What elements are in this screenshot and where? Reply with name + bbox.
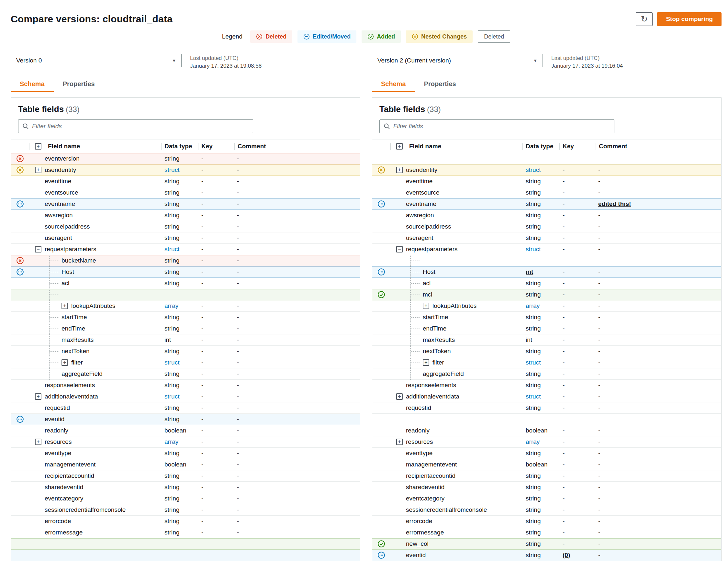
expand-icon[interactable]: +	[396, 393, 403, 400]
field-row-managementevent: managementeventboolean--	[11, 459, 360, 470]
comment-value: -	[596, 348, 721, 355]
tree-connector	[410, 357, 420, 368]
field-name: startTime	[423, 314, 448, 321]
field-name: errorcode	[406, 518, 432, 525]
expand-icon[interactable]: +	[62, 359, 68, 366]
expand-icon[interactable]: +	[396, 167, 403, 173]
last-updated-left: Last updated (UTC) January 17, 2023 at 1…	[190, 54, 262, 70]
key-value: -	[559, 166, 596, 174]
edited-icon	[16, 200, 24, 208]
data-type: string	[522, 529, 559, 536]
data-type: string	[522, 280, 559, 287]
row-status-empty	[372, 436, 390, 448]
row-status-empty	[372, 368, 390, 380]
field-name-cell: readonly	[29, 425, 161, 436]
field-name-cell: eventid	[29, 414, 161, 425]
stop-comparing-button[interactable]: Stop comparing	[657, 12, 722, 26]
comment-value: -	[234, 314, 360, 321]
key-value: -	[198, 314, 234, 321]
field-row-startTime: startTimestring--	[11, 312, 360, 323]
tree-connector	[410, 289, 420, 300]
key-value: -	[198, 189, 234, 196]
row-status-empty	[372, 176, 390, 187]
field-row-sourceipaddress: sourceipaddressstring--	[11, 221, 360, 232]
expand-icon[interactable]: +	[35, 167, 41, 173]
field-name-cell: −requestparameters	[29, 244, 161, 255]
column-header-data-type: Data type	[161, 140, 198, 153]
added-icon	[377, 291, 385, 298]
tab-schema[interactable]: Schema	[372, 77, 415, 92]
field-row-eventtype: eventtypestring--	[372, 448, 721, 459]
data-type: string	[522, 518, 559, 525]
data-type: string	[522, 506, 559, 513]
row-status-empty	[372, 346, 390, 357]
field-name: eventversion	[45, 155, 80, 162]
comment-value: -	[596, 212, 721, 219]
field-row-useridentity: +useridentitystruct--	[372, 164, 721, 176]
tree-connector	[49, 289, 59, 300]
edited-icon	[16, 415, 24, 423]
key-value: -	[559, 178, 596, 185]
field-name-cell: requestid	[390, 402, 522, 414]
data-type: string	[161, 370, 198, 377]
field-row-mcl: mclstring--	[372, 289, 721, 300]
field-row-lookupAttributes: +lookupAttributesarray--	[372, 300, 721, 312]
key-value: -	[559, 461, 596, 468]
tab-schema[interactable]: Schema	[11, 77, 54, 92]
expand-all-icon[interactable]: +	[396, 143, 403, 150]
key-value: -	[198, 336, 234, 343]
last-updated-label: Last updated (UTC)	[190, 54, 262, 62]
field-name: nextToken	[423, 348, 451, 355]
row-status	[11, 198, 29, 210]
nested-icon	[377, 166, 385, 174]
last-updated-right: Last updated (UTC) January 17, 2023 at 1…	[551, 54, 623, 70]
expand-all-icon[interactable]: +	[35, 143, 41, 150]
field-name-cell	[29, 550, 161, 561]
key-value: -	[198, 393, 234, 400]
field-row-resources: +resourcesarray--	[11, 436, 360, 448]
column-header-field-name: Field name	[48, 143, 80, 150]
expand-icon[interactable]: +	[35, 439, 41, 445]
table-fields-title: Table fields	[18, 104, 64, 114]
expand-icon[interactable]: +	[423, 359, 429, 366]
tab-properties[interactable]: Properties	[415, 77, 465, 92]
collapse-icon[interactable]: −	[35, 246, 41, 252]
version-select-left[interactable]: Version 0 ▼	[11, 54, 182, 67]
row-status-empty	[11, 448, 29, 459]
header-actions: ↻ Stop comparing	[636, 12, 722, 26]
key-value: -	[559, 518, 596, 525]
key-value: -	[559, 450, 596, 457]
field-row-additionaleventdata: +additionaleventdatastruct--	[372, 391, 721, 402]
field-name: eventsource	[406, 189, 440, 196]
field-name: nextToken	[62, 348, 90, 355]
refresh-button[interactable]: ↻	[636, 12, 653, 26]
field-row-errorcode: errorcodestring--	[11, 516, 360, 527]
row-status-empty	[372, 278, 390, 289]
field-name: sessioncredentialfromconsole	[45, 506, 126, 513]
expand-icon[interactable]: +	[396, 439, 403, 445]
collapse-icon[interactable]: −	[396, 246, 403, 252]
placeholder-row	[372, 255, 721, 266]
comment-value: -	[596, 280, 721, 287]
column-header-data-type: Data type	[522, 140, 559, 153]
legend-plain-badge[interactable]: Deleted	[478, 30, 510, 43]
version-select-right[interactable]: Version 2 (Current version) ▼	[372, 54, 543, 67]
key-value: -	[198, 518, 234, 525]
tree-connector	[410, 334, 420, 346]
data-type: struct	[522, 359, 559, 366]
expand-icon[interactable]: +	[423, 303, 429, 309]
search-icon	[22, 123, 29, 129]
tab-properties[interactable]: Properties	[54, 77, 104, 92]
placeholder-row	[11, 550, 360, 561]
key-value: -	[198, 529, 234, 536]
data-type: string	[522, 291, 559, 298]
field-row-Host: Hostint--	[372, 266, 721, 278]
filter-fields-input[interactable]	[32, 123, 249, 130]
field-name-cell: eventsource	[390, 187, 522, 198]
comment-value: -	[234, 404, 360, 411]
data-type: string	[522, 450, 559, 457]
field-name-cell: +resources	[29, 436, 161, 448]
expand-icon[interactable]: +	[62, 303, 68, 309]
filter-fields-input[interactable]	[393, 123, 610, 130]
expand-icon[interactable]: +	[35, 393, 41, 400]
